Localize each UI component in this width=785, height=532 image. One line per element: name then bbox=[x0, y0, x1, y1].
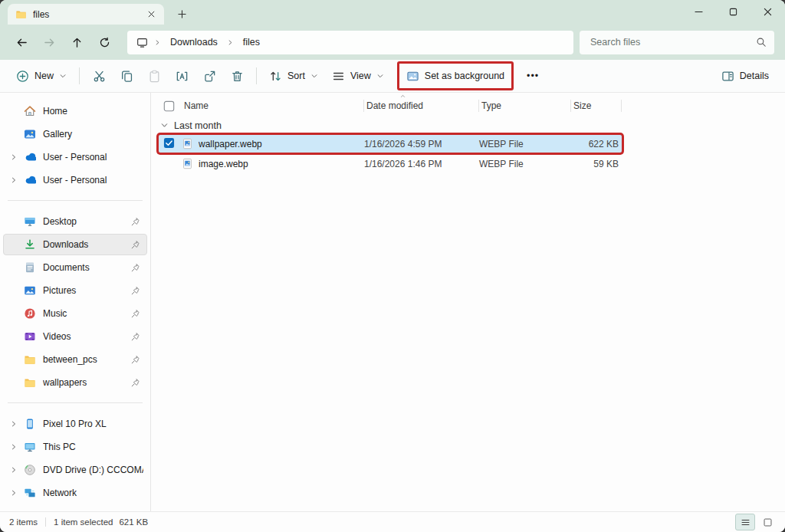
file-row-wallpaper-webp[interactable]: wallpaper.webp1/16/2026 4:59 PMWEBP File… bbox=[159, 135, 622, 153]
pin-icon bbox=[130, 240, 140, 250]
expand-chevron-icon[interactable] bbox=[7, 176, 20, 185]
details-button[interactable]: Details bbox=[714, 64, 776, 88]
file-date-modified: 1/16/2026 4:59 PM bbox=[364, 139, 479, 149]
file-name: wallpaper.webp bbox=[199, 139, 262, 149]
copy-button[interactable] bbox=[113, 64, 140, 88]
view-toggles bbox=[735, 514, 777, 530]
sidebar-item-downloads[interactable]: Downloads bbox=[3, 234, 147, 255]
expand-chevron-icon[interactable] bbox=[7, 465, 20, 475]
tab-files[interactable]: files bbox=[8, 4, 164, 25]
view-button[interactable]: View bbox=[325, 64, 391, 88]
delete-button[interactable] bbox=[223, 64, 251, 88]
close-window-button[interactable] bbox=[751, 0, 785, 23]
chevron-right-icon bbox=[227, 39, 234, 46]
sort-button[interactable]: Sort bbox=[262, 64, 325, 88]
chevron-spacer bbox=[7, 378, 20, 387]
refresh-icon bbox=[99, 37, 110, 48]
expand-chevron-icon[interactable] bbox=[7, 153, 20, 162]
sidebar-item-gallery[interactable]: Gallery bbox=[3, 123, 147, 145]
chevron-spacer bbox=[7, 355, 20, 364]
pictures-icon bbox=[24, 284, 36, 297]
chevron-right-icon bbox=[154, 39, 161, 46]
rename-button[interactable] bbox=[168, 64, 195, 88]
large-icons-view-icon bbox=[763, 517, 773, 527]
clipboard-icon bbox=[148, 70, 161, 83]
file-row-image-webp[interactable]: image.webp1/16/2026 1:46 PMWEBP File59 K… bbox=[159, 155, 622, 172]
refresh-button[interactable] bbox=[90, 30, 118, 54]
see-more-button[interactable]: ••• bbox=[520, 64, 546, 88]
command-bar: New Sort View Set as background ••• bbox=[0, 60, 785, 93]
column-header-type[interactable]: Type bbox=[479, 96, 571, 116]
navigation-bar: Downloads files bbox=[0, 25, 785, 60]
sidebar-item-label: Videos bbox=[43, 331, 130, 342]
sidebar-item-desktop[interactable]: Desktop bbox=[3, 211, 147, 232]
column-headers: Name Date modified Type Size bbox=[159, 96, 785, 116]
toolbar-divider bbox=[79, 67, 80, 84]
sidebar-item-music[interactable]: Music bbox=[3, 303, 147, 324]
details-view-toggle[interactable] bbox=[735, 514, 755, 530]
pin-icon bbox=[130, 355, 140, 365]
icons-view-toggle[interactable] bbox=[757, 514, 777, 530]
search-input[interactable] bbox=[589, 36, 756, 48]
sidebar-item-pictures[interactable]: Pictures bbox=[3, 280, 147, 301]
plus-circle-icon bbox=[16, 70, 29, 83]
group-header-last-month[interactable]: Last month bbox=[159, 116, 785, 135]
sidebar-item-label: Pixel 10 Pro XL bbox=[43, 419, 143, 429]
sidebar-item-pixel-10-pro-xl[interactable]: Pixel 10 Pro XL bbox=[3, 413, 147, 435]
scissors-icon bbox=[93, 70, 106, 83]
forward-button[interactable] bbox=[35, 30, 63, 54]
minimize-icon bbox=[695, 8, 703, 16]
tab-close-button[interactable] bbox=[144, 8, 158, 21]
file-list-panel: Name Date modified Type Size Last month … bbox=[151, 93, 785, 511]
sidebar-item-documents[interactable]: Documents bbox=[3, 257, 147, 278]
new-button[interactable]: New bbox=[9, 64, 74, 88]
new-tab-button[interactable] bbox=[172, 5, 192, 23]
select-all-checkbox[interactable] bbox=[159, 96, 182, 116]
selection-count: 1 item selected bbox=[54, 517, 113, 527]
checkbox-checked-icon bbox=[163, 137, 175, 149]
column-header-date-modified[interactable]: Date modified bbox=[364, 96, 479, 116]
copy-icon bbox=[120, 70, 133, 83]
sidebar-item-between-pcs[interactable]: between_pcs bbox=[3, 349, 147, 370]
maximize-button[interactable] bbox=[716, 0, 751, 23]
expand-chevron-icon[interactable] bbox=[7, 488, 20, 498]
cut-button[interactable] bbox=[85, 64, 113, 88]
status-divider bbox=[45, 517, 46, 527]
up-button[interactable] bbox=[63, 30, 90, 54]
documents-icon bbox=[24, 261, 36, 274]
back-button[interactable] bbox=[8, 30, 35, 54]
chevron-down-icon bbox=[310, 72, 318, 80]
paste-button[interactable] bbox=[140, 64, 168, 88]
address-bar[interactable]: Downloads files bbox=[127, 31, 573, 54]
plus-icon bbox=[178, 10, 186, 18]
sidebar-item-wallpapers[interactable]: wallpapers bbox=[3, 372, 147, 393]
sidebar-item-dvd-drive-d-cccoma-x64ff[interactable]: DVD Drive (D:) CCCOMA_X64FF bbox=[3, 459, 147, 481]
set-as-background-button[interactable]: Set as background bbox=[399, 64, 511, 88]
sidebar-item-network[interactable]: Network bbox=[3, 482, 147, 504]
chevron-spacer bbox=[7, 309, 20, 318]
column-header-size[interactable]: Size bbox=[571, 96, 622, 116]
phone-icon bbox=[24, 418, 36, 430]
minimize-button[interactable] bbox=[682, 0, 716, 23]
sidebar-item-this-pc[interactable]: This PC bbox=[3, 436, 147, 458]
chevron-down-icon bbox=[59, 72, 67, 80]
folder-icon bbox=[24, 376, 36, 389]
videos-icon bbox=[24, 330, 36, 343]
sidebar-item-home[interactable]: Home bbox=[3, 100, 147, 122]
chevron-down-icon bbox=[376, 72, 384, 80]
expand-chevron-icon[interactable] bbox=[7, 419, 20, 429]
pin-icon bbox=[130, 263, 140, 273]
expand-chevron-icon[interactable] bbox=[7, 442, 20, 452]
share-button[interactable] bbox=[195, 64, 223, 88]
sidebar-item-label: This PC bbox=[43, 442, 143, 452]
column-header-name[interactable]: Name bbox=[182, 96, 364, 116]
desktop-icon bbox=[24, 215, 36, 228]
search-box[interactable] bbox=[580, 31, 774, 54]
row-checkbox-checked[interactable] bbox=[159, 137, 182, 151]
breadcrumb-files[interactable]: files bbox=[240, 35, 263, 49]
sidebar-item-user-personal[interactable]: User - Personal bbox=[3, 169, 147, 191]
file-size: 59 KB bbox=[571, 159, 622, 169]
sidebar-item-videos[interactable]: Videos bbox=[3, 326, 147, 347]
breadcrumb-downloads[interactable]: Downloads bbox=[167, 35, 221, 49]
sidebar-item-user-personal[interactable]: User - Personal bbox=[3, 146, 147, 168]
